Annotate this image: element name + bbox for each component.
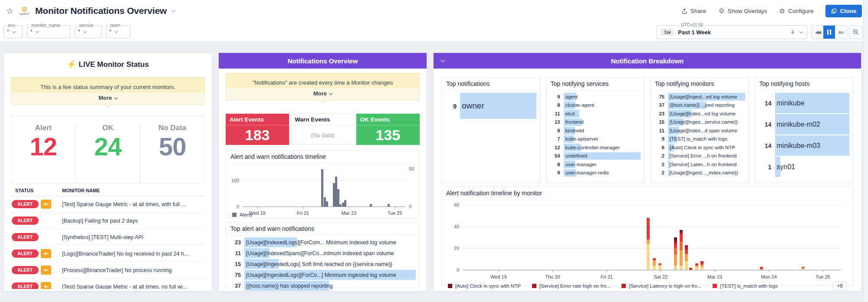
toplist-row[interactable]: 23[Usage][IndexedLogs][ForCom... Minimum… xyxy=(230,237,416,248)
filter-env[interactable]: env* xyxy=(3,25,23,38)
toplist-row[interactable]: 8kindnetd xyxy=(550,126,641,135)
x-tick-label: Wed 19 xyxy=(490,274,507,279)
share-button[interactable]: Share xyxy=(681,8,706,14)
table-row[interactable]: ALERT[Synthetics] [TEST] Multi-step APi xyxy=(11,229,205,246)
toplist-row[interactable]: 11[Usage][Index...d span volume xyxy=(654,126,745,135)
toplist-row[interactable]: 37{{host.name}} has stopped reporting xyxy=(230,280,416,291)
toplist-row[interactable]: 75[Usage][IngestedLogs][ForCo...] Minimu… xyxy=(230,269,416,280)
toplist-row[interactable]: 11etcd xyxy=(550,109,641,118)
toplist-row[interactable]: 12kube-controller-manager xyxy=(550,143,641,152)
time-pause-button[interactable] xyxy=(823,26,835,39)
table-row[interactable]: ALERT[Logs][BinanceTrader] No log receiv… xyxy=(11,246,205,262)
filter-service[interactable]: service* xyxy=(75,25,102,38)
event-label: Warn Events xyxy=(291,114,354,125)
toplist-label: undefined xyxy=(564,153,588,158)
toplist-row[interactable]: 14minikube-m02 xyxy=(759,114,850,135)
y-tick-label: 60 xyxy=(451,202,459,207)
mute-button[interactable] xyxy=(41,266,51,275)
scrollbar[interactable] xyxy=(863,0,868,302)
toplist-row[interactable]: 2[Service] Error ...h on frontend xyxy=(654,152,745,161)
bar-segment xyxy=(689,268,692,270)
title-chevron-down-icon[interactable] xyxy=(171,8,176,13)
toplist-row[interactable]: 54undefined xyxy=(550,152,641,161)
counter-label: No Data xyxy=(140,124,204,132)
gridline xyxy=(463,205,841,205)
event-box-warn-events[interactable]: Warn Events(No data) xyxy=(291,114,354,145)
toplist-value: 2 xyxy=(654,162,664,167)
toplist-row[interactable]: 7kube-apiserver xyxy=(550,135,641,144)
x-axis xyxy=(463,270,841,270)
toplist-value: 14 xyxy=(759,121,772,128)
status-badge: ALERT xyxy=(12,282,39,289)
legend-item[interactable]: [Service] Error rate high on fro... xyxy=(532,283,611,289)
chart-bar xyxy=(326,201,328,207)
bar-segment xyxy=(685,254,688,262)
configure-button[interactable]: ⚙ Configure xyxy=(779,8,813,14)
toplist-row[interactable]: 75[Usage][Ingest...ed log volume xyxy=(654,92,745,101)
toplist-row[interactable]: 15[Usage][IngestedLogs] Soft limit reach… xyxy=(230,259,416,269)
toplist-row[interactable]: 8user-manager xyxy=(550,160,641,169)
toplist-value: 75 xyxy=(654,94,664,99)
clone-button[interactable]: Clone xyxy=(825,5,862,17)
notification-breakdown-header: Notification Breakdown xyxy=(434,53,861,69)
filter-team[interactable]: team* xyxy=(106,25,130,38)
toplist-row[interactable]: 9owner xyxy=(445,92,536,119)
mute-button[interactable] xyxy=(41,200,51,209)
toplist-row[interactable]: 23[Usage][Index...ed log volume xyxy=(654,109,745,118)
mute-button[interactable] xyxy=(41,249,51,258)
status-badge: ALERT xyxy=(12,233,39,241)
table-row[interactable]: ALERT[Backup] Failing for past 2 days xyxy=(11,213,205,229)
show-overlays-button[interactable]: Show Overlays xyxy=(718,8,767,14)
toplist-row[interactable]: 13frontend xyxy=(550,118,641,127)
favorite-star-icon[interactable]: ☆ xyxy=(6,6,13,16)
toplist-value: 54 xyxy=(550,153,560,158)
y-tick-label: 40 xyxy=(451,224,459,229)
toplist-value: 9 xyxy=(654,136,664,141)
legend-item[interactable]: [TEST] is_match with logs xyxy=(713,283,778,289)
legend-item[interactable]: [Service] Latency is high on fro... xyxy=(621,283,701,289)
toplist-value: 75 xyxy=(230,272,241,278)
table-row[interactable]: ALERT[Process][BinanceTrader] No process… xyxy=(11,262,205,279)
time-forward-button[interactable]: ▶▶ xyxy=(835,26,847,39)
legend-more-button[interactable]: +6 xyxy=(833,282,847,290)
toplist-row[interactable]: 9agent xyxy=(550,92,641,101)
time-range-picker[interactable]: UTC+01:00 1w Past 1 Week xyxy=(656,25,807,39)
pin-icon[interactable] xyxy=(790,30,796,35)
toplist-row[interactable]: 6[Auto] Clock in sync with NTP xyxy=(654,143,745,152)
toplist-row[interactable]: 8cluster-agent xyxy=(550,101,641,110)
toplist-row[interactable]: 1syn01 xyxy=(759,156,850,177)
filter-value: * xyxy=(109,29,112,35)
page-title: Monitor Notifications Overview xyxy=(35,6,167,16)
time-rewind-button[interactable]: ◀◀ xyxy=(812,26,823,39)
toplist-row[interactable]: 11[Usage][IndexedSpans][ForCo...inimum i… xyxy=(230,248,416,259)
bar-segment xyxy=(685,261,688,270)
event-box-ok-events[interactable]: OK Events135 xyxy=(356,114,420,145)
toplist-row[interactable]: 9[TEST] is_match with logs xyxy=(654,135,745,144)
toplist-row[interactable]: 14minikube xyxy=(759,92,850,114)
collapse-chevron-icon[interactable] xyxy=(441,58,445,62)
toplist-row[interactable]: 2[Usage][Ingest..._index.name}} xyxy=(654,169,745,177)
legend-item[interactable]: [Auto] Clock in sync with NTP xyxy=(448,283,521,289)
toplist-label: minikube-m02 xyxy=(775,121,820,128)
table-row[interactable]: ALERT[Test] Sparse Gauge Metric - at all… xyxy=(11,196,205,213)
time-chevron-down-icon[interactable] xyxy=(799,30,803,33)
x-tick-label: Mar 23 xyxy=(707,274,722,279)
toplist-row[interactable]: 9user-manager-redis xyxy=(550,169,641,177)
zoom-out-button[interactable] xyxy=(849,25,863,39)
toplist-row[interactable]: 15[Usage][Inges...service.name}} xyxy=(654,118,745,127)
chevron-down-icon xyxy=(115,30,118,33)
mute-button[interactable] xyxy=(41,282,51,289)
bar-segment xyxy=(680,266,683,270)
filter-monitor_name[interactable]: monitor_name* xyxy=(27,25,70,38)
mute-icon xyxy=(43,267,49,273)
toplist-row[interactable]: 14minikube-m03 xyxy=(759,135,850,156)
alert-timeline-legend: [Auto] Clock in sync with NTP[Service] E… xyxy=(442,270,853,290)
toplist-row[interactable]: 2[Service] Laten...h on frontend xyxy=(654,160,745,169)
live-status-title: ⚡LIVE Monitor Status xyxy=(4,60,212,69)
event-box-alert-events[interactable]: Alert Events183 xyxy=(226,114,289,145)
table-row[interactable]: ALERT[Test] Sparse Gauge Metric - at all… xyxy=(11,279,205,289)
event-value: 183 xyxy=(226,125,289,144)
toplist-row[interactable]: 37{{host.name}} ...ped reporting xyxy=(654,101,745,110)
monitor-table: STATUS MONITOR NAME ALERT[Test] Sparse G… xyxy=(11,186,205,289)
toplist-label: cluster-agent xyxy=(564,102,594,108)
